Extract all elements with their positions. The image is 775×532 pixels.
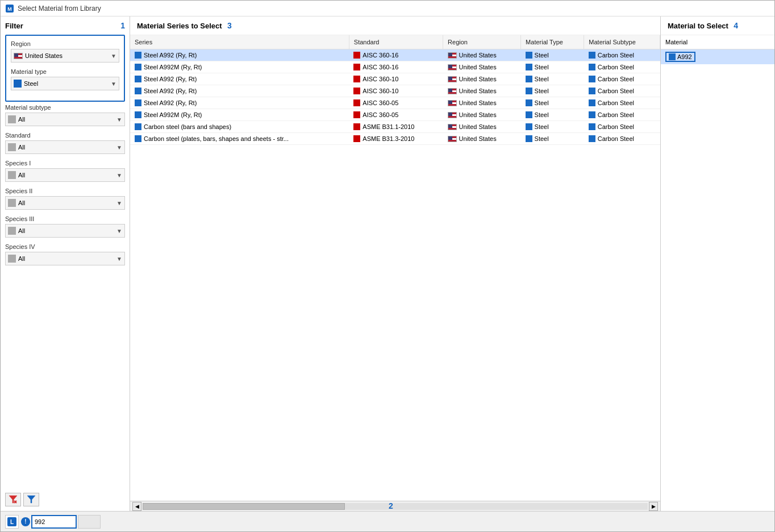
table-row[interactable]: Steel A992 (Ry, Rt)AISC 360-10United Sta… — [130, 85, 660, 97]
region-flag-icon — [448, 52, 457, 59]
material-subtype-color-icon — [589, 99, 595, 106]
material-type-dropdown[interactable]: Steel ▼ — [11, 77, 119, 90]
table-row[interactable]: Steel A992M (Ry, Rt)AISC 360-05United St… — [130, 109, 660, 121]
filter-icon — [27, 495, 36, 504]
table-row[interactable]: Steel A992 (Ry, Rt)AISC 360-10United Sta… — [130, 73, 660, 85]
region-flag-icon — [448, 124, 457, 130]
series-color-icon — [135, 111, 141, 118]
all-icon-3 — [8, 171, 16, 179]
main-window: M Select Material from Library Filter 1 … — [0, 0, 775, 532]
library-icon: L — [7, 517, 17, 527]
species3-dropdown[interactable]: All ▼ — [5, 224, 125, 238]
material-row[interactable]: A992 — [661, 49, 774, 65]
cell-series: Steel A992 (Ry, Rt) — [130, 49, 349, 61]
material-header: Material to Select 4 — [661, 16, 774, 35]
species4-content: All — [8, 255, 116, 263]
chevron-down-icon-7: ▼ — [116, 228, 122, 234]
series-color-icon — [135, 52, 141, 59]
species1-value: All — [18, 172, 25, 178]
search-area: ! — [21, 515, 101, 529]
species4-dropdown[interactable]: All ▼ — [5, 252, 125, 265]
cell-material-subtype: Carbon Steel — [584, 73, 660, 85]
filter-title: Filter — [5, 22, 23, 30]
all-icon-5 — [8, 227, 16, 235]
search-button[interactable] — [78, 515, 101, 529]
standard-color-icon — [353, 135, 360, 142]
material-type-label: Material type — [11, 68, 119, 75]
standard-section: Standard All ▼ — [5, 132, 125, 154]
table-row[interactable]: Steel A992M (Ry, Rt)AISC 360-16United St… — [130, 61, 660, 73]
material-table: Material A992 — [661, 35, 774, 64]
scroll-thumb[interactable] — [143, 503, 345, 510]
series-color-icon — [135, 64, 141, 70]
species2-dropdown[interactable]: All ▼ — [5, 196, 125, 210]
scroll-left-button[interactable]: ◀ — [132, 502, 141, 511]
cell-region: United States — [443, 97, 521, 109]
series-color-icon — [135, 99, 141, 106]
material-subtype-value: All — [18, 116, 25, 123]
filter-header: Filter 1 — [5, 21, 125, 30]
region-label: Region — [11, 40, 119, 47]
material-subtype-color-icon — [589, 88, 595, 94]
all-icon-2 — [8, 143, 16, 151]
material-number: 4 — [734, 21, 738, 30]
table-row[interactable]: Carbon steel (plates, bars, shapes and s… — [130, 133, 660, 145]
cell-standard: AISC 360-05 — [349, 109, 443, 121]
svg-marker-5 — [27, 496, 35, 503]
search-input[interactable] — [31, 515, 77, 529]
chevron-down-icon-4: ▼ — [116, 144, 122, 151]
table-row[interactable]: Carbon steel (bars and shapes)ASME B31.1… — [130, 121, 660, 133]
col-series: Series — [130, 35, 349, 49]
scroll-track[interactable] — [143, 503, 648, 510]
filter-panel: Filter 1 Region United States ▼ Material — [1, 16, 130, 511]
material-subtype-dropdown[interactable]: All ▼ — [5, 113, 125, 126]
material-header-row: Material — [661, 35, 774, 49]
steel-color-icon — [14, 80, 22, 88]
table-row[interactable]: Steel A992 (Ry, Rt)AISC 360-16United Sta… — [130, 49, 660, 61]
cell-standard: ASME B31.1-2010 — [349, 121, 443, 133]
standard-color-icon — [353, 76, 360, 82]
cell-standard: AISC 360-10 — [349, 85, 443, 97]
table-row[interactable]: Steel A992 (Ry, Rt)AISC 360-05United Sta… — [130, 97, 660, 109]
cell-series: Carbon steel (plates, bars, shapes and s… — [130, 133, 349, 145]
cell-series: Steel A992M (Ry, Rt) — [130, 109, 349, 121]
svg-text:L: L — [10, 519, 14, 525]
horizontal-scrollbar[interactable]: ◀ ▶ — [130, 501, 660, 511]
chevron-down-icon-8: ▼ — [116, 256, 122, 262]
scroll-right-button[interactable]: ▶ — [649, 502, 658, 511]
clear-filter-button[interactable] — [5, 493, 21, 506]
material-subtype-color-icon — [589, 135, 595, 142]
series-panel: Material Series to Select 3 Series Stand… — [130, 16, 661, 511]
species3-value: All — [18, 227, 25, 234]
us-flag-icon — [14, 53, 23, 59]
material-panel-title: Material to Select — [668, 22, 728, 30]
series-header: Material Series to Select 3 — [130, 16, 660, 35]
all-icon-1 — [8, 115, 16, 123]
bottom-bar: 2 L ! — [1, 511, 774, 531]
cell-material-subtype: Carbon Steel — [584, 121, 660, 133]
standard-content: All — [8, 143, 116, 151]
region-flag-icon — [448, 64, 457, 70]
title-bar: M Select Material from Library — [1, 1, 774, 16]
species4-value: All — [18, 255, 25, 262]
region-flag-icon — [448, 112, 457, 118]
series-table-container[interactable]: Series Standard Region Material Type Mat… — [130, 35, 660, 501]
library-icon-button[interactable]: L — [5, 515, 19, 529]
species1-dropdown[interactable]: All ▼ — [5, 168, 125, 182]
filter-button[interactable] — [23, 493, 39, 506]
region-flag-icon — [448, 136, 457, 142]
series-table: Series Standard Region Material Type Mat… — [130, 35, 660, 145]
standard-color-icon — [353, 52, 360, 59]
cell-region: United States — [443, 109, 521, 121]
cell-region: United States — [443, 61, 521, 73]
region-dropdown[interactable]: United States ▼ — [11, 49, 119, 63]
material-type-color-icon — [526, 64, 532, 70]
series-number: 3 — [227, 21, 232, 30]
bottom-number: 2 — [389, 501, 393, 510]
standard-dropdown[interactable]: All ▼ — [5, 140, 125, 154]
material-subtype-content: All — [8, 115, 116, 123]
material-type-color-icon — [526, 52, 532, 59]
region-flag-icon — [448, 76, 457, 82]
species2-section: Species II All ▼ — [5, 188, 125, 210]
cell-material-type: Steel — [521, 73, 584, 85]
